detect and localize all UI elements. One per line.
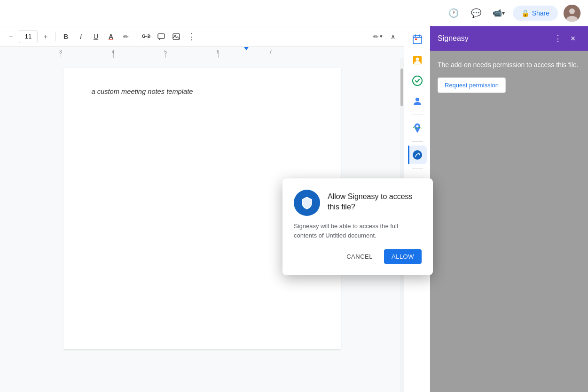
dialog-allow-button[interactable]: ALLOW (384, 249, 422, 264)
permission-dialog: Allow Signeasy to access this file? Sign… (282, 178, 433, 275)
permission-dialog-overlay: Allow Signeasy to access this file? Sign… (0, 0, 588, 392)
dialog-cancel-button[interactable]: CANCEL (339, 249, 380, 264)
dialog-icon (294, 190, 320, 216)
dialog-title: Allow Signeasy to access this file? (328, 190, 422, 213)
dialog-body: Signeasy will be able to access the full… (294, 222, 422, 240)
dialog-actions: CANCEL ALLOW (294, 249, 422, 264)
dialog-header: Allow Signeasy to access this file? (294, 190, 422, 216)
